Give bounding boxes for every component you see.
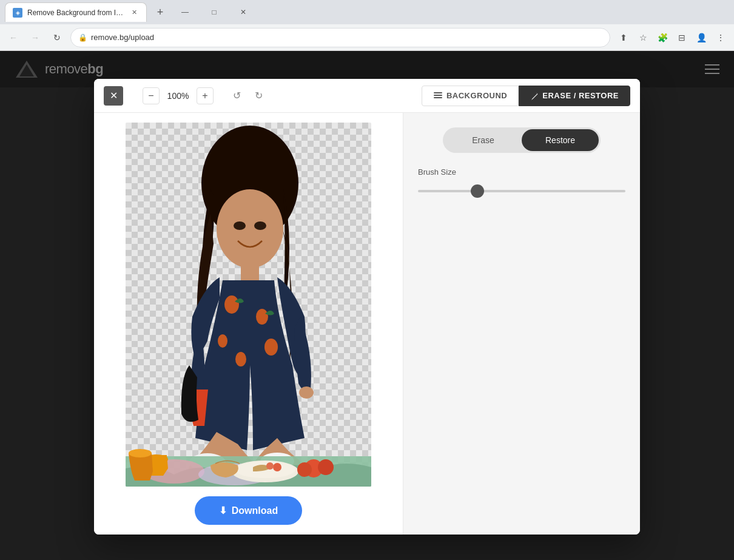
browser-tab[interactable]: ◈ Remove Background from Image ✕ bbox=[5, 2, 147, 22]
svg-point-29 bbox=[297, 462, 312, 477]
minimize-button[interactable]: — bbox=[171, 1, 199, 23]
person-foreground-image bbox=[126, 123, 371, 487]
page-content: removebg ✕ − 100% + ↺ ↻ bbox=[0, 51, 734, 560]
download-icon: ⬇ bbox=[219, 505, 227, 516]
undo-redo-controls: ↺ ↻ bbox=[228, 87, 267, 104]
svg-point-13 bbox=[218, 334, 227, 348]
forward-button[interactable]: → bbox=[27, 29, 44, 46]
brush-size-section: Brush Size bbox=[418, 167, 625, 198]
restore-toggle-button[interactable]: Restore bbox=[522, 129, 599, 151]
image-panel: ⬇ Download bbox=[94, 113, 403, 535]
svg-rect-3 bbox=[434, 97, 442, 98]
svg-point-15 bbox=[235, 352, 246, 366]
download-button[interactable]: ⬇ Download bbox=[195, 496, 302, 525]
download-area: ⬇ Download bbox=[195, 496, 302, 525]
zoom-increase-button[interactable]: + bbox=[197, 87, 214, 104]
close-window-button[interactable]: ✕ bbox=[229, 1, 257, 23]
svg-point-12 bbox=[256, 309, 268, 325]
processed-image-canvas[interactable] bbox=[126, 123, 371, 487]
brush-size-slider-container bbox=[418, 184, 625, 198]
layout-icon[interactable]: ⊟ bbox=[673, 29, 690, 46]
modal-body: ⬇ Download Erase Restore Brush Size bbox=[94, 113, 640, 535]
profile-icon[interactable]: 👤 bbox=[693, 29, 710, 46]
back-button[interactable]: ← bbox=[5, 29, 22, 46]
svg-point-7 bbox=[217, 189, 283, 268]
refresh-button[interactable]: ↻ bbox=[49, 29, 66, 46]
address-bar-row: ← → ↻ 🔒 remove.bg/upload ⬆ ☆ 🧩 ⊟ 👤 ⋮ bbox=[0, 24, 734, 51]
svg-point-25 bbox=[273, 463, 281, 471]
svg-rect-2 bbox=[434, 95, 442, 96]
brush-size-label: Brush Size bbox=[418, 167, 625, 177]
modal-toolbar: ✕ − 100% + ↺ ↻ bbox=[94, 79, 640, 113]
svg-point-10 bbox=[254, 221, 266, 230]
bookmark-icon[interactable]: ☆ bbox=[635, 29, 652, 46]
brush-size-slider[interactable] bbox=[418, 190, 625, 192]
new-tab-button[interactable]: + bbox=[152, 4, 169, 21]
pencil-icon bbox=[530, 92, 539, 100]
zoom-controls: − 100% + bbox=[143, 87, 214, 104]
window-controls: — □ ✕ bbox=[171, 1, 257, 23]
modal-close-button[interactable]: ✕ bbox=[104, 86, 123, 106]
svg-rect-4 bbox=[434, 92, 442, 93]
layers-icon bbox=[433, 91, 443, 101]
svg-point-11 bbox=[224, 295, 239, 314]
tab-erase-restore[interactable]: ERASE / RESTORE bbox=[519, 86, 630, 106]
tab-close-button[interactable]: ✕ bbox=[129, 8, 139, 18]
browser-menu-icon[interactable]: ⋮ bbox=[712, 29, 729, 46]
tab-title: Remove Background from Image bbox=[27, 8, 124, 17]
svg-point-9 bbox=[234, 221, 246, 230]
modal-overlay: ✕ − 100% + ↺ ↻ bbox=[0, 51, 734, 560]
modal: ✕ − 100% + ↺ ↻ bbox=[94, 79, 640, 535]
zoom-decrease-button[interactable]: − bbox=[143, 87, 160, 104]
download-button-label: Download bbox=[232, 505, 278, 516]
erase-restore-toggle: Erase Restore bbox=[443, 127, 601, 153]
undo-button[interactable]: ↺ bbox=[228, 87, 245, 104]
svg-point-14 bbox=[264, 339, 278, 356]
browser-toolbar-icons: ⬆ ☆ 🧩 ⊟ 👤 ⋮ bbox=[615, 29, 729, 46]
url-text: remove.bg/upload bbox=[91, 33, 602, 42]
erase-toggle-button[interactable]: Erase bbox=[445, 129, 522, 151]
controls-panel: Erase Restore Brush Size bbox=[403, 113, 640, 535]
image-container bbox=[104, 123, 393, 487]
modal-tabs: BACKGROUND ERASE / RESTORE bbox=[422, 86, 630, 106]
extension-icon[interactable]: 🧩 bbox=[654, 29, 671, 46]
svg-point-31 bbox=[129, 449, 152, 457]
address-bar[interactable]: 🔒 remove.bg/upload bbox=[70, 28, 610, 47]
svg-point-26 bbox=[266, 462, 274, 470]
maximize-button[interactable]: □ bbox=[200, 1, 228, 23]
svg-point-16 bbox=[299, 386, 314, 399]
tab-favicon: ◈ bbox=[13, 8, 22, 18]
ssl-lock-icon: 🔒 bbox=[78, 33, 87, 42]
redo-button[interactable]: ↻ bbox=[250, 87, 267, 104]
tab-background[interactable]: BACKGROUND bbox=[422, 86, 519, 106]
svg-point-28 bbox=[318, 459, 334, 475]
share-icon[interactable]: ⬆ bbox=[615, 29, 632, 46]
zoom-value-display: 100% bbox=[164, 91, 192, 101]
